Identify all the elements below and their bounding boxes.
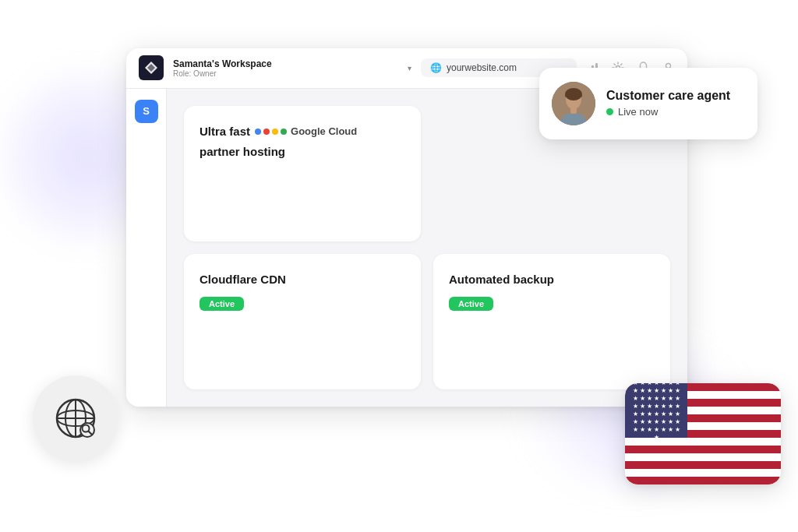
workspace-dropdown-chevron[interactable]: ▾ — [408, 64, 411, 72]
flag-star: ★ — [675, 396, 680, 402]
flag-star: ★ — [661, 411, 666, 417]
ultra-fast-text: Ultra fast — [200, 123, 250, 141]
sidebar-user-avatar[interactable]: S — [135, 100, 158, 123]
flag-star: ★ — [661, 419, 666, 425]
flag-star: ★ — [661, 396, 666, 402]
app-logo — [139, 55, 164, 80]
flag-star: ★ — [675, 388, 680, 394]
cloudflare-active-badge: Active — [200, 297, 244, 311]
flag-star: ★ — [661, 427, 666, 433]
flag-star: ★ — [633, 383, 638, 386]
flag-star: ★ — [668, 427, 673, 433]
gc-dot-green — [281, 129, 287, 135]
agent-info: Customer care agent Live now — [606, 89, 730, 118]
workspace-name: Samanta's Workspace — [173, 58, 395, 69]
flag-star: ★ — [654, 396, 659, 402]
flag-stripes: ★ ★ ★ ★ ★ ★ ★ ★ ★ ★ ★ ★ ★ ★ ★ ★ ★ ★ ★ ★ — [625, 383, 781, 484]
flag-star: ★ — [640, 383, 645, 386]
gc-dot-blue — [255, 129, 261, 135]
flag-star: ★ — [668, 419, 673, 425]
flag-star: ★ — [668, 383, 673, 386]
flag-star: ★ — [633, 396, 638, 402]
gc-text: Google Cloud — [291, 124, 357, 139]
workspace-role: Role: Owner — [173, 69, 395, 78]
flag-star: ★ — [661, 383, 666, 386]
agent-avatar — [552, 82, 595, 125]
flag-star: ★ — [668, 411, 673, 417]
flag-canton: ★ ★ ★ ★ ★ ★ ★ ★ ★ ★ ★ ★ ★ ★ ★ ★ ★ ★ ★ ★ — [625, 383, 687, 438]
google-cloud-card-title: Ultra fast Google Cloud partner hosting — [200, 123, 405, 161]
browser-sidebar: S — [126, 89, 167, 407]
flag-star: ★ — [654, 411, 659, 417]
flag-star: ★ — [640, 388, 645, 394]
automated-backup-active-badge: Active — [449, 297, 493, 311]
flag-star: ★ — [640, 427, 645, 433]
flag-star: ★ — [640, 419, 645, 425]
agent-status: Live now — [606, 106, 730, 118]
globe-icon — [51, 394, 100, 442]
flag-star: ★ — [647, 388, 652, 394]
globe-element — [33, 375, 118, 461]
flag-star: ★ — [640, 396, 645, 402]
flag-star: ★ — [633, 427, 638, 433]
flag-star: ★ — [647, 411, 652, 417]
customer-care-agent-card: Customer care agent Live now — [539, 68, 757, 139]
flag-star: ★ — [647, 427, 652, 433]
flag-star: ★ — [675, 427, 680, 433]
flag-star: ★ — [640, 411, 645, 417]
svg-rect-11 — [570, 107, 577, 114]
flag-star: ★ — [640, 403, 645, 410]
globe-url-icon: 🌐 — [430, 62, 442, 73]
automated-backup-title: Automated backup — [449, 271, 655, 287]
automated-backup-card: Automated backup Active — [433, 254, 670, 389]
workspace-info: Samanta's Workspace Role: Owner — [173, 58, 395, 78]
flag-star: ★ — [633, 403, 638, 410]
flag-star: ★ — [675, 383, 680, 386]
flag-star: ★ — [661, 403, 666, 410]
url-text: yourwebsite.com — [447, 62, 517, 73]
flag-star: ★ — [675, 403, 680, 410]
flag-star: ★ — [654, 419, 659, 425]
cloudflare-cdn-card: Cloudflare CDN Active — [184, 254, 421, 389]
agent-name: Customer care agent — [606, 89, 730, 103]
flag-star: ★ — [668, 403, 673, 410]
main-scene: Samanta's Workspace Role: Owner ▾ 🌐 your… — [48, 25, 750, 508]
gc-dot-yellow — [272, 129, 278, 135]
google-cloud-card: Ultra fast Google Cloud partner hosting — [184, 106, 421, 241]
flag-star: ★ — [654, 435, 659, 441]
flag-star: ★ — [668, 396, 673, 402]
flag-star: ★ — [654, 427, 659, 433]
partner-hosting-text: partner hosting — [200, 143, 405, 161]
flag-star: ★ — [675, 411, 680, 417]
flag-star: ★ — [675, 419, 680, 425]
gc-dot-red — [263, 129, 270, 135]
flag-star: ★ — [647, 396, 652, 402]
us-flag-element: ★ ★ ★ ★ ★ ★ ★ ★ ★ ★ ★ ★ ★ ★ ★ ★ ★ ★ ★ ★ — [625, 383, 781, 484]
flag-star: ★ — [647, 403, 652, 410]
flag-star: ★ — [647, 383, 652, 386]
flag-star: ★ — [668, 388, 673, 394]
cloudflare-cdn-title: Cloudflare CDN — [200, 271, 405, 287]
agent-status-text: Live now — [618, 106, 658, 118]
google-cloud-badge: Google Cloud — [255, 124, 357, 139]
flag-star: ★ — [647, 419, 652, 425]
flag-star: ★ — [633, 411, 638, 417]
flag-star: ★ — [661, 388, 666, 394]
flag-star: ★ — [654, 388, 659, 394]
flag-star: ★ — [633, 419, 638, 425]
flag-star: ★ — [654, 383, 659, 386]
agent-status-dot — [606, 108, 613, 115]
flag-star: ★ — [654, 403, 659, 410]
flag-star: ★ — [633, 388, 638, 394]
